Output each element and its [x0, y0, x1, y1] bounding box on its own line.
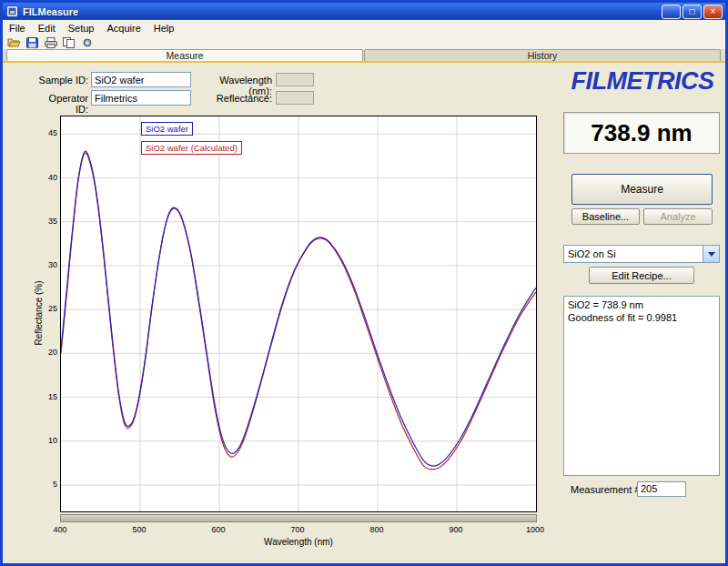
title-bar[interactable]: FILMeasure _ □ × [3, 3, 725, 20]
sample-id-label: Sample ID: [35, 75, 88, 86]
settings-icon[interactable] [80, 36, 94, 48]
recipe-select[interactable]: SiO2 on Si [563, 245, 720, 263]
copy-icon[interactable] [62, 36, 76, 48]
operator-id-label: Operator ID: [35, 93, 88, 115]
menu-bar: File Edit Setup Acquire Help [3, 20, 725, 36]
x-axis-title: Wavelength (nm) [60, 537, 537, 547]
tab-measure[interactable]: Measure [6, 49, 363, 61]
sample-id-input[interactable] [91, 72, 191, 87]
y-tick-label: 30 [34, 260, 57, 269]
measure-button[interactable]: Measure [571, 174, 713, 205]
main-content: Sample ID: Wavelength (nm): Operator ID:… [3, 63, 725, 563]
open-icon[interactable] [7, 36, 21, 48]
y-tick-label: 15 [34, 392, 57, 401]
menu-help[interactable]: Help [147, 20, 181, 35]
legend-measured: SiO2 wafer [141, 122, 193, 136]
spectrum-plot: SiO2 wafer SiO2 wafer (Calculated) [60, 116, 537, 512]
measurement-number-label: Measurement # [571, 484, 640, 495]
y-tick-label: 10 [34, 436, 57, 445]
y-tick-label: 40 [34, 173, 57, 182]
spectrum-curves [61, 116, 536, 511]
chart-scrollbar[interactable] [60, 514, 537, 522]
y-tick-label: 25 [34, 304, 57, 313]
reflectance-label: Reflectance: [194, 93, 272, 104]
chevron-down-icon [708, 252, 715, 257]
recipe-select-value: SiO2 on Si [564, 248, 703, 259]
operator-id-input[interactable] [91, 90, 191, 106]
analyze-button: Analyze [643, 208, 713, 225]
window-title: FILMeasure [23, 6, 662, 17]
save-icon[interactable] [25, 36, 39, 48]
x-tick-label: 500 [132, 525, 146, 534]
recipe-select-dropdown-button[interactable] [703, 246, 719, 262]
y-tick-label: 35 [34, 217, 57, 226]
x-tick-label: 900 [449, 525, 462, 534]
maximize-button[interactable]: □ [682, 5, 702, 19]
x-tick-label: 400 [53, 525, 66, 534]
result-line-thickness: SiO2 = 738.9 nm [568, 298, 715, 311]
x-tick-label: 800 [369, 525, 383, 534]
close-button[interactable]: × [703, 5, 723, 19]
print-icon[interactable] [44, 36, 57, 48]
tab-bar: Measure History [3, 49, 725, 63]
x-tick-label: 700 [290, 525, 304, 534]
menu-edit[interactable]: Edit [32, 20, 62, 35]
wavelength-value-box [276, 73, 314, 86]
y-tick-label: 20 [34, 348, 57, 357]
baseline-button[interactable]: Baseline... [571, 208, 640, 225]
results-listbox[interactable]: SiO2 = 738.9 nm Goodness of fit = 0.9981 [563, 296, 720, 476]
menu-file[interactable]: File [3, 20, 32, 35]
y-tick-label: 5 [34, 480, 57, 489]
tab-history[interactable]: History [364, 49, 721, 61]
minimize-button[interactable]: _ [662, 5, 681, 19]
measurement-number-value: 205 [637, 481, 686, 497]
reflectance-value-box [276, 91, 314, 105]
app-icon [5, 5, 19, 17]
result-line-gof: Goodness of fit = 0.9981 [568, 311, 715, 324]
app-window: FILMeasure _ □ × File Edit Setup Acquire… [0, 0, 728, 566]
y-tick-label: 45 [34, 128, 57, 137]
toolbar [3, 35, 725, 50]
x-tick-label: 1000 [526, 525, 544, 534]
filmetrics-logo: FILMETRICS [563, 66, 722, 96]
x-tick-label: 600 [211, 525, 225, 534]
thickness-display: 738.9 nm [563, 112, 720, 154]
legend-calculated: SiO2 wafer (Calculated) [141, 141, 242, 155]
edit-recipe-button[interactable]: Edit Recipe... [589, 267, 694, 284]
menu-acquire[interactable]: Acquire [100, 20, 147, 35]
menu-setup[interactable]: Setup [62, 20, 101, 35]
